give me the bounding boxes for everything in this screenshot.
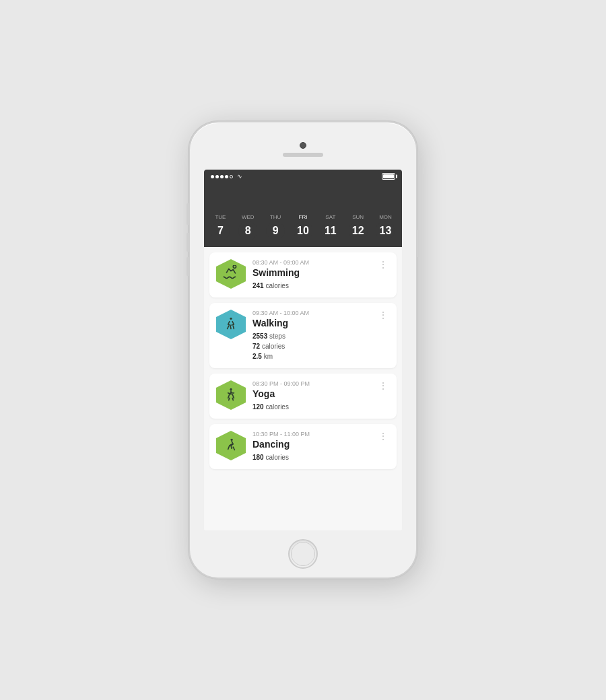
day-item-sat[interactable]: SAT11 [319,214,342,240]
signal-dot-4 [225,175,228,178]
battery-fill [383,174,394,178]
dancing-icon [216,431,246,460]
stat-line: 120 calories [252,402,370,412]
stat-line: 2553 steps [252,331,370,341]
speaker [283,153,323,157]
phone-top [190,123,416,170]
volume-down-button [187,257,189,276]
signal-dot-2 [215,175,219,178]
activity-menu-walking[interactable]: ⋮ [377,310,390,320]
day-label-thu: THU [270,214,281,220]
signal-dot-3 [220,175,224,178]
svg-point-0 [230,318,232,320]
activity-stats-swimming: 241 calories [252,281,370,291]
camera-icon [300,142,306,149]
activity-name-swimming: Swimming [252,267,370,278]
day-num-sat: 11 [321,221,340,240]
day-item-wed[interactable]: WED8 [236,214,259,240]
volume-up-button [187,233,189,252]
day-num-sun: 12 [349,221,368,240]
day-item-fri[interactable]: FRI10 [292,214,314,240]
day-label-wed: WED [242,214,255,220]
wifi-icon: ∿ [237,173,242,180]
activity-card-yoga: 08:30 PM - 09:00 PMYoga120 calories⋮ [209,374,397,419]
activity-time-yoga: 08:30 PM - 09:00 PM [252,380,370,387]
signal-dot-5 [230,175,233,178]
day-label-tue: TUE [215,214,226,220]
activity-time-swimming: 08:30 AM - 09:00 AM [252,259,370,266]
activity-info-walking: 09:30 AM - 10:00 AMWalking2553 steps72 c… [252,310,370,361]
day-item-mon[interactable]: MON13 [374,214,397,240]
activity-time-dancing: 10:30 PM - 11:00 PM [252,431,370,438]
activity-name-dancing: Dancing [252,439,370,450]
day-label-fri: FRI [299,214,308,220]
activities-list: 08:30 AM - 09:00 AMSwimming241 calories⋮… [204,247,402,530]
day-num-thu: 9 [266,221,285,240]
svg-point-2 [230,439,232,441]
stat-line: 180 calories [252,452,370,462]
activity-info-dancing: 10:30 PM - 11:00 PMDancing180 calories [252,431,370,462]
day-num-mon: 13 [376,221,395,240]
svg-point-1 [230,388,232,390]
day-selector: TUE7WED8THU9FRI10SAT11SUN12MON13 [204,210,402,247]
home-button[interactable] [288,539,318,569]
day-num-wed: 8 [238,221,257,240]
phone-bottom [288,530,318,578]
activity-stats-walking: 2553 steps72 calories2.5 km [252,331,370,361]
power-button [417,230,419,257]
activity-menu-swimming[interactable]: ⋮ [377,259,390,270]
activity-card-swimming: 08:30 AM - 09:00 AMSwimming241 calories⋮ [209,252,397,298]
stat-line: 2.5 km [252,351,370,361]
day-num-fri: 10 [294,221,312,240]
day-label-mon: MON [379,214,392,220]
yoga-icon [216,380,246,410]
day-item-sun[interactable]: SUN12 [347,214,370,240]
day-label-sat: SAT [325,214,335,220]
activity-time-walking: 09:30 AM - 10:00 AM [252,310,370,316]
day-num-tue: 7 [211,221,230,240]
day-item-thu[interactable]: THU9 [264,214,287,240]
activity-info-swimming: 08:30 AM - 09:00 AMSwimming241 calories [252,259,370,291]
home-button-inner [291,542,315,566]
day-item-tue[interactable]: TUE7 [209,214,232,240]
activity-info-yoga: 08:30 PM - 09:00 PMYoga120 calories [252,380,370,412]
phone-frame: ∿ TUE7WED8THU9FRI10SAT11SUN12MON13 [189,121,417,579]
status-left: ∿ [211,173,242,180]
activity-menu-dancing[interactable]: ⋮ [377,431,390,442]
activity-stats-dancing: 180 calories [252,452,370,462]
stat-line: 241 calories [252,281,370,291]
app-header [204,183,402,210]
battery-icon [382,173,395,180]
activity-name-walking: Walking [252,318,370,328]
walking-icon [216,310,246,339]
swimming-icon [216,259,246,289]
stat-line: 72 calories [252,341,370,351]
signal-dot-1 [211,175,214,178]
activity-name-yoga: Yoga [252,388,370,399]
signal-bars [211,175,233,178]
screen: ∿ TUE7WED8THU9FRI10SAT11SUN12MON13 [204,170,402,530]
status-right [380,173,395,180]
status-bar: ∿ [204,170,402,183]
activity-card-dancing: 10:30 PM - 11:00 PMDancing180 calories⋮ [209,424,397,469]
activity-menu-yoga[interactable]: ⋮ [377,380,390,391]
day-label-sun: SUN [352,214,364,220]
activity-card-walking: 09:30 AM - 10:00 AMWalking2553 steps72 c… [209,303,397,368]
activity-stats-yoga: 120 calories [252,402,370,412]
